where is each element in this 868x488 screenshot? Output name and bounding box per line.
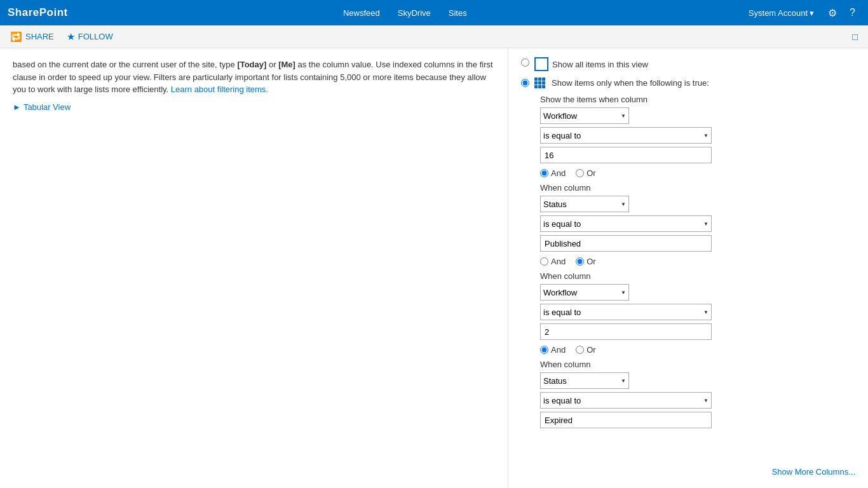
when-column-label-2: When column [540,183,855,193]
filter-group-4-value-row [540,412,855,428]
filter-group-1: Workflow Status Title Modified Created i… [540,107,855,178]
show-all-text: Show all items in this view [552,60,648,69]
or-radio-3[interactable] [576,346,584,354]
share-label: SHARE [25,32,54,41]
description-text: based on the current date or the current… [13,58,495,96]
follow-label: FOLLOW [78,32,113,41]
show-when-radio[interactable] [521,79,529,87]
share-button[interactable]: 🔁 SHARE [10,31,54,43]
main-content: based on the current date or the current… [0,48,868,488]
filter-group-1-condition-row: is equal to is not equal to is greater t… [540,127,855,144]
and-label-3[interactable]: And [540,345,566,355]
and-label-2[interactable]: And [540,257,566,266]
nav-newsfeed[interactable]: Newsfeed [334,0,389,25]
and-radio-1[interactable] [540,169,548,177]
filter-group-2-value-input[interactable] [540,235,712,252]
filter-group-2-condition-select[interactable]: is equal to is not equal to is greater t… [540,215,712,232]
brand-title[interactable]: SharePoint [8,6,68,19]
or-label-3[interactable]: Or [576,345,595,355]
filter-group-1-column-wrapper: Workflow Status Title Modified Created [540,107,629,124]
filter-group-3-condition-row: is equal to is not equal to is greater t… [540,304,855,320]
filter-group-3-column-wrapper: Workflow Status Title Modified Created [540,284,629,301]
and-or-row-3: And Or [540,345,855,355]
show-more-columns-link[interactable]: Show More Columns... [772,467,856,477]
and-radio-3[interactable] [540,346,548,354]
and-or-row-2: And Or [540,257,855,266]
filter-group-1-value-input[interactable] [540,147,712,163]
account-caret: ▾ [810,8,814,18]
show-when-text: Show items only when the following is tr… [552,78,709,88]
sharebar: 🔁 SHARE ★ FOLLOW □ [0,25,868,48]
filter-group-2-condition-row: is equal to is not equal to is greater t… [540,215,855,232]
filled-grid-icon [534,78,545,88]
when-column-label-4: When column [540,360,855,369]
show-all-radio[interactable] [521,58,529,67]
share-icon: 🔁 [10,31,22,43]
filter-group-1-condition-select[interactable]: is equal to is not equal to is greater t… [540,127,712,144]
or-label-1[interactable]: Or [576,168,595,178]
filter-section: Show the items when column Workflow Stat… [540,95,855,428]
when-column-label-3: When column [540,271,855,281]
filter-group-3-value-row [540,323,855,340]
filter-group-2-column-wrapper: Workflow Status Title Modified Created [540,196,629,212]
or-radio-1[interactable] [576,169,584,177]
filter-group-4-value-input[interactable] [540,412,712,428]
filter-group-3-column-row: Workflow Status Title Modified Created [540,284,855,301]
show-items-when-label: Show the items when column [540,95,855,104]
filter-group-4-column-row: Workflow Status Title Modified Created [540,372,855,389]
tabular-view-link[interactable]: ► Tabular View [13,102,495,112]
show-all-label[interactable]: Show all items in this view [534,57,648,71]
filter-group-1-column-row: Workflow Status Title Modified Created [540,107,855,124]
or-radio-2[interactable] [576,257,584,266]
nav-skydrive[interactable]: SkyDrive [389,0,440,25]
left-panel: based on the current date or the current… [0,48,508,488]
filter-group-4-condition-wrapper: is equal to is not equal to is greater t… [540,392,712,409]
show-when-option: Show items only when the following is tr… [521,78,855,88]
filter-group-4-column-select[interactable]: Workflow Status Title Modified Created [540,372,629,389]
and-label-1[interactable]: And [540,168,566,178]
right-panel: Show all items in this view [508,48,868,488]
filter-group-4-condition-select[interactable]: is equal to is not equal to is greater t… [540,392,712,409]
follow-icon: ★ [67,31,75,43]
topbar-nav: Newsfeed SkyDrive Sites [334,0,476,25]
filter-group-4: When column Workflow Status Title Modifi… [540,360,855,428]
filter-group-3: When column Workflow Status Title Modifi… [540,271,855,355]
tabular-view-label: Tabular View [24,102,71,112]
account-menu[interactable]: System Account ▾ [742,8,820,18]
filter-group-2-column-row: Workflow Status Title Modified Created [540,196,855,212]
filter-group-2-value-row [540,235,855,252]
or-label-2[interactable]: Or [576,257,595,266]
filter-group-3-condition-select[interactable]: is equal to is not equal to is greater t… [540,304,712,320]
show-when-label[interactable]: Show items only when the following is tr… [534,78,709,88]
grid-icon-outline [534,57,548,71]
focus-icon: □ [852,31,858,42]
account-label: System Account [749,8,808,18]
filter-group-1-condition-wrapper: is equal to is not equal to is greater t… [540,127,712,144]
filter-group-2: When column Workflow Status Title Modifi… [540,183,855,266]
filter-group-3-column-select[interactable]: Workflow Status Title Modified Created [540,284,629,301]
filter-group-1-column-select[interactable]: Workflow Status Title Modified Created [540,107,629,124]
focus-button[interactable]: □ [852,31,858,42]
filter-group-3-value-input[interactable] [540,323,712,340]
filter-group-2-column-select[interactable]: Workflow Status Title Modified Created [540,196,629,212]
follow-button[interactable]: ★ FOLLOW [67,31,113,43]
and-radio-2[interactable] [540,257,548,266]
and-or-row-1: And Or [540,168,855,178]
filter-group-2-condition-wrapper: is equal to is not equal to is greater t… [540,215,712,232]
nav-sites[interactable]: Sites [440,0,476,25]
show-all-option: Show all items in this view [521,57,855,71]
filter-group-4-column-wrapper: Workflow Status Title Modified Created [540,372,629,389]
filter-group-1-value-row [540,147,855,163]
topbar-right: System Account ▾ ⚙ ? [742,7,860,19]
topbar: SharePoint Newsfeed SkyDrive Sites Syste… [0,0,868,25]
help-icon[interactable]: ? [844,7,860,18]
filter-group-4-condition-row: is equal to is not equal to is greater t… [540,392,855,409]
expand-icon: ► [13,102,21,112]
settings-icon[interactable]: ⚙ [823,7,842,19]
learn-link[interactable]: Learn about filtering items. [171,85,268,94]
filter-group-3-condition-wrapper: is equal to is not equal to is greater t… [540,304,712,320]
